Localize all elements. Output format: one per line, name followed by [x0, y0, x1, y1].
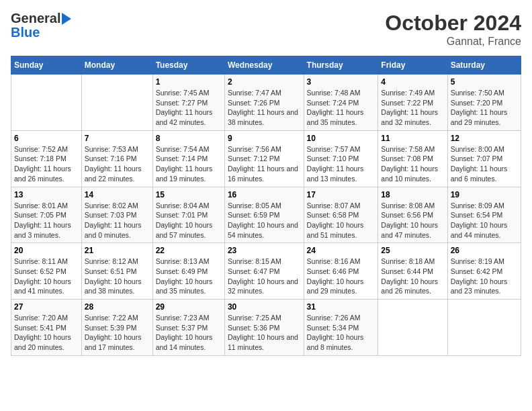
day-info: Sunrise: 7:49 AMSunset: 7:22 PMDaylight:…	[381, 88, 444, 128]
calendar-week-row: 20Sunrise: 8:11 AMSunset: 6:52 PMDayligh…	[11, 243, 521, 300]
calendar-cell: 19Sunrise: 8:09 AMSunset: 6:54 PMDayligh…	[447, 187, 521, 243]
calendar-cell: 9Sunrise: 7:56 AMSunset: 7:12 PMDaylight…	[224, 130, 304, 187]
day-info: Sunrise: 7:20 AMSunset: 5:41 PMDaylight:…	[14, 313, 79, 353]
day-info: Sunrise: 7:50 AMSunset: 7:20 PMDaylight:…	[451, 88, 518, 128]
day-number: 14	[85, 190, 150, 199]
calendar-week-row: 27Sunrise: 7:20 AMSunset: 5:41 PMDayligh…	[11, 300, 521, 356]
day-info: Sunrise: 8:00 AMSunset: 7:07 PMDaylight:…	[451, 144, 518, 184]
header-saturday: Saturday	[447, 56, 521, 75]
day-number: 27	[14, 302, 79, 312]
calendar-title-block: October 2024 Gannat, France	[385, 11, 521, 48]
calendar-cell: 17Sunrise: 8:07 AMSunset: 6:58 PMDayligh…	[304, 187, 378, 243]
header-thursday: Thursday	[304, 56, 378, 75]
calendar-cell: 21Sunrise: 8:12 AMSunset: 6:51 PMDayligh…	[81, 243, 152, 300]
calendar-cell: 1Sunrise: 7:45 AMSunset: 7:27 PMDaylight…	[152, 75, 224, 131]
calendar-cell: 10Sunrise: 7:57 AMSunset: 7:10 PMDayligh…	[304, 130, 378, 187]
calendar-cell: 24Sunrise: 8:16 AMSunset: 6:46 PMDayligh…	[304, 243, 378, 300]
calendar-week-row: 13Sunrise: 8:01 AMSunset: 7:05 PMDayligh…	[11, 187, 521, 243]
calendar-week-row: 6Sunrise: 7:52 AMSunset: 7:18 PMDaylight…	[11, 130, 521, 187]
day-number: 12	[451, 134, 518, 143]
day-number: 31	[307, 302, 375, 312]
day-number: 15	[156, 190, 222, 199]
day-info: Sunrise: 8:19 AMSunset: 6:42 PMDaylight:…	[451, 257, 518, 296]
day-number: 16	[228, 190, 301, 199]
day-number: 23	[228, 246, 301, 255]
calendar-subtitle: Gannat, France	[385, 36, 521, 48]
day-number: 8	[156, 134, 222, 143]
day-info: Sunrise: 8:13 AMSunset: 6:49 PMDaylight:…	[156, 257, 222, 296]
day-info: Sunrise: 8:09 AMSunset: 6:54 PMDaylight:…	[451, 201, 518, 240]
calendar-cell: 28Sunrise: 7:22 AMSunset: 5:39 PMDayligh…	[81, 300, 152, 356]
day-info: Sunrise: 8:05 AMSunset: 6:59 PMDaylight:…	[228, 201, 301, 240]
calendar-cell: 13Sunrise: 8:01 AMSunset: 7:05 PMDayligh…	[11, 187, 82, 243]
day-number: 10	[307, 134, 375, 143]
day-number: 1	[156, 77, 222, 87]
day-number: 20	[14, 246, 79, 255]
day-info: Sunrise: 8:04 AMSunset: 7:01 PMDaylight:…	[156, 201, 222, 240]
calendar-cell: 11Sunrise: 7:58 AMSunset: 7:08 PMDayligh…	[378, 130, 447, 187]
header-tuesday: Tuesday	[152, 56, 224, 75]
header-friday: Friday	[378, 56, 447, 75]
day-info: Sunrise: 7:54 AMSunset: 7:14 PMDaylight:…	[156, 144, 222, 184]
day-info: Sunrise: 8:01 AMSunset: 7:05 PMDaylight:…	[14, 201, 79, 240]
day-info: Sunrise: 7:25 AMSunset: 5:36 PMDaylight:…	[228, 313, 301, 353]
calendar-cell: 12Sunrise: 8:00 AMSunset: 7:07 PMDayligh…	[447, 130, 521, 187]
calendar-cell	[447, 300, 521, 356]
calendar-cell: 30Sunrise: 7:25 AMSunset: 5:36 PMDayligh…	[224, 300, 304, 356]
day-info: Sunrise: 7:57 AMSunset: 7:10 PMDaylight:…	[307, 144, 375, 184]
calendar-cell: 14Sunrise: 8:02 AMSunset: 7:03 PMDayligh…	[81, 187, 152, 243]
day-number: 5	[451, 77, 518, 87]
calendar-cell: 15Sunrise: 8:04 AMSunset: 7:01 PMDayligh…	[152, 187, 224, 243]
day-number: 4	[381, 77, 444, 87]
calendar-cell: 8Sunrise: 7:54 AMSunset: 7:14 PMDaylight…	[152, 130, 224, 187]
calendar-cell: 26Sunrise: 8:19 AMSunset: 6:42 PMDayligh…	[447, 243, 521, 300]
day-number: 6	[14, 134, 79, 143]
logo: General Blue	[11, 11, 71, 40]
calendar-cell: 23Sunrise: 8:15 AMSunset: 6:47 PMDayligh…	[224, 243, 304, 300]
day-info: Sunrise: 8:12 AMSunset: 6:51 PMDaylight:…	[85, 257, 150, 296]
day-number: 24	[307, 246, 375, 255]
calendar-cell: 20Sunrise: 8:11 AMSunset: 6:52 PMDayligh…	[11, 243, 82, 300]
day-info: Sunrise: 7:58 AMSunset: 7:08 PMDaylight:…	[381, 144, 444, 184]
day-info: Sunrise: 7:48 AMSunset: 7:24 PMDaylight:…	[307, 88, 375, 128]
day-number: 26	[451, 246, 518, 255]
day-info: Sunrise: 8:11 AMSunset: 6:52 PMDaylight:…	[14, 257, 79, 296]
day-info: Sunrise: 8:02 AMSunset: 7:03 PMDaylight:…	[85, 201, 150, 240]
calendar-cell: 22Sunrise: 8:13 AMSunset: 6:49 PMDayligh…	[152, 243, 224, 300]
calendar-table: Sunday Monday Tuesday Wednesday Thursday…	[11, 56, 521, 356]
logo-general: General	[11, 11, 60, 26]
calendar-cell: 31Sunrise: 7:26 AMSunset: 5:34 PMDayligh…	[304, 300, 378, 356]
day-number: 2	[228, 77, 301, 87]
calendar-header-row: Sunday Monday Tuesday Wednesday Thursday…	[11, 56, 521, 75]
day-info: Sunrise: 7:56 AMSunset: 7:12 PMDaylight:…	[228, 144, 301, 184]
day-info: Sunrise: 8:16 AMSunset: 6:46 PMDaylight:…	[307, 257, 375, 296]
calendar-cell	[11, 75, 82, 131]
page-header: General Blue October 2024 Gannat, France	[11, 11, 521, 48]
day-info: Sunrise: 7:26 AMSunset: 5:34 PMDaylight:…	[307, 313, 375, 353]
day-number: 19	[451, 190, 518, 199]
day-info: Sunrise: 8:18 AMSunset: 6:44 PMDaylight:…	[381, 257, 444, 296]
day-info: Sunrise: 8:08 AMSunset: 6:56 PMDaylight:…	[381, 201, 444, 240]
day-info: Sunrise: 7:22 AMSunset: 5:39 PMDaylight:…	[85, 313, 150, 353]
day-number: 18	[381, 190, 444, 199]
calendar-cell: 27Sunrise: 7:20 AMSunset: 5:41 PMDayligh…	[11, 300, 82, 356]
day-info: Sunrise: 7:47 AMSunset: 7:26 PMDaylight:…	[228, 88, 301, 128]
day-number: 11	[381, 134, 444, 143]
day-info: Sunrise: 8:15 AMSunset: 6:47 PMDaylight:…	[228, 257, 301, 296]
calendar-cell: 16Sunrise: 8:05 AMSunset: 6:59 PMDayligh…	[224, 187, 304, 243]
day-info: Sunrise: 7:52 AMSunset: 7:18 PMDaylight:…	[14, 144, 79, 184]
calendar-cell: 18Sunrise: 8:08 AMSunset: 6:56 PMDayligh…	[378, 187, 447, 243]
day-number: 22	[156, 246, 222, 255]
calendar-cell: 6Sunrise: 7:52 AMSunset: 7:18 PMDaylight…	[11, 130, 82, 187]
day-info: Sunrise: 7:53 AMSunset: 7:16 PMDaylight:…	[85, 144, 150, 184]
day-number: 21	[85, 246, 150, 255]
day-number: 9	[228, 134, 301, 143]
day-number: 7	[85, 134, 150, 143]
logo-arrow-icon	[62, 13, 71, 25]
day-number: 3	[307, 77, 375, 87]
day-number: 13	[14, 190, 79, 199]
day-number: 17	[307, 190, 375, 199]
day-number: 30	[228, 302, 301, 312]
calendar-cell: 2Sunrise: 7:47 AMSunset: 7:26 PMDaylight…	[224, 75, 304, 131]
day-number: 28	[85, 302, 150, 312]
